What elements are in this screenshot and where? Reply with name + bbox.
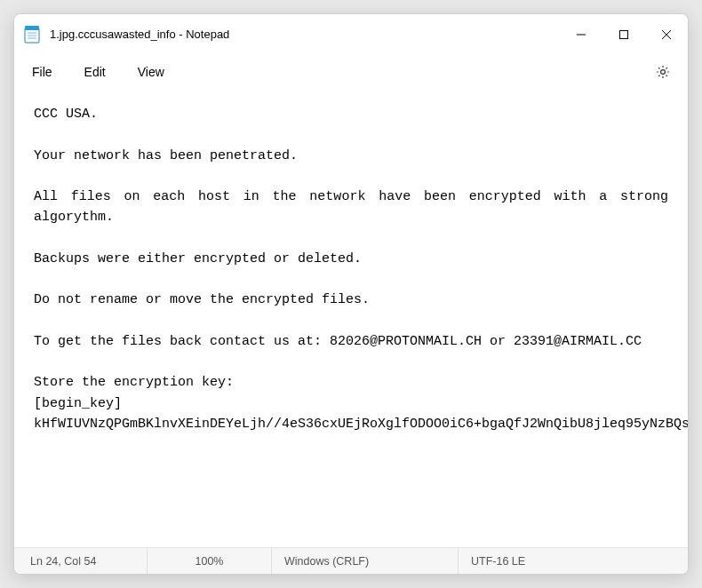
app-icon-wrap: [14, 26, 50, 44]
menu-edit[interactable]: Edit: [68, 60, 122, 84]
titlebar: 1.jpg.cccusawasted_info - Notepad: [14, 14, 688, 54]
svg-rect-1: [25, 26, 39, 30]
text-editor[interactable]: CCC USA. Your network has been penetrate…: [14, 90, 688, 547]
gear-icon: [655, 64, 671, 80]
menubar: File Edit View: [14, 54, 688, 90]
status-cursor: Ln 24, Col 54: [14, 548, 148, 574]
close-button[interactable]: [645, 14, 688, 54]
notepad-icon: [24, 26, 40, 44]
menu-file[interactable]: File: [16, 60, 68, 84]
window-title: 1.jpg.cccusawasted_info - Notepad: [50, 28, 229, 41]
status-encoding: UTF-16 LE: [459, 548, 688, 574]
statusbar: Ln 24, Col 54 100% Windows (CRLF) UTF-16…: [14, 547, 688, 574]
status-zoom: 100%: [148, 548, 272, 574]
svg-point-9: [661, 70, 666, 75]
settings-button[interactable]: [645, 54, 681, 90]
status-line-ending: Windows (CRLF): [272, 548, 459, 574]
maximize-button[interactable]: [602, 14, 645, 54]
minimize-button[interactable]: [560, 14, 602, 54]
notepad-window: 1.jpg.cccusawasted_info - Notepad File E…: [13, 13, 689, 575]
menu-view[interactable]: View: [122, 60, 180, 84]
svg-rect-6: [620, 30, 628, 38]
